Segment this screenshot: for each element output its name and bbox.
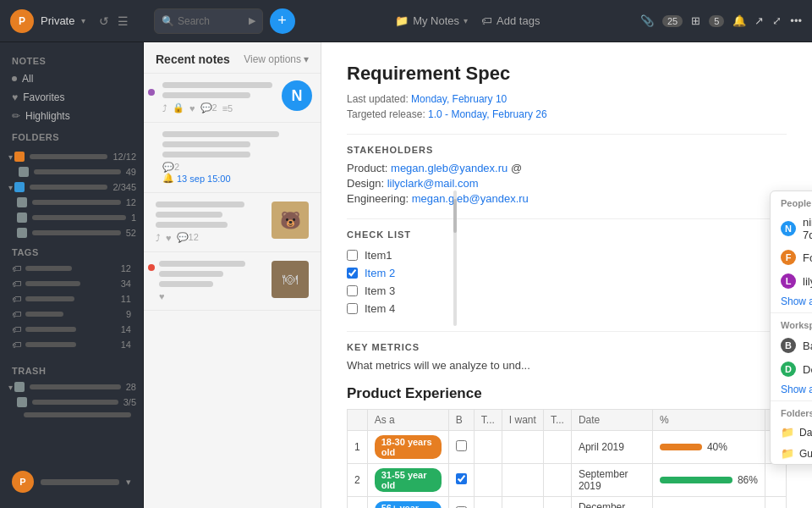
last-updated-value[interactable]: Monday, February 10 [411,93,507,105]
expand-icon: ▾ [8,383,13,392]
progress-bar [660,477,732,483]
progress-bar [660,444,702,450]
col-num [348,410,368,431]
note-item[interactable]: ♥ 🍽 [144,252,321,311]
product-stakeholder: Product: megan.gleb@yandex.ru @ [347,162,787,174]
expand-icon: ▾ [8,152,13,162]
table-row: 2 31-55 year old September 2019 86% [348,464,787,497]
dropdown-person-item[interactable]: N nimbustemplates-7qdnt40q [771,212,812,246]
row-t1 [474,497,502,509]
folder-row[interactable]: 49 [0,164,143,179]
more-icon[interactable]: ••• [790,14,802,27]
user-menu-chevron[interactable]: ▾ [126,477,131,488]
row-date: April 2019 [571,431,652,464]
grid-icon[interactable]: ⊞ [691,14,700,27]
row-check [448,497,474,509]
trash-sub-row[interactable]: 3/5 [0,395,143,410]
sidebar-item-highlights[interactable]: ✏ Highlights [0,107,143,125]
checklist: Item1 Item 2 Item 3 Item 4 [347,246,787,318]
tag-row[interactable]: 🏷 14 [0,337,143,352]
folder-name-bar [30,185,107,190]
checkbox-item3[interactable] [347,285,358,296]
checkbox-item4[interactable] [347,303,358,314]
dropdown-person-item[interactable]: L lilyclark@mail.com [771,269,812,293]
note-item[interactable]: 💬2 🔔 13 sep 15:00 [144,123,321,193]
targeted-release-value[interactable]: 1.0 - Monday, February 26 [428,108,547,120]
add-button[interactable]: + [270,8,295,34]
dropdown-person-item[interactable]: F Fox Megan [771,246,812,269]
folder-count: 12 [126,197,136,207]
dropdown-workspace-item[interactable]: B Backup Workspace [771,334,812,357]
dropdown-folder-item[interactable]: 📁 Guides [771,443,812,464]
dropdown-people-title: People [771,191,812,212]
notes-list: Recent notes View options ▾ N ⤴ 🔒 ♥ 💬2 ≡… [144,42,321,508]
note-item[interactable]: ⤴ ♥ 💬12 🐻 [144,193,321,252]
product-email[interactable]: megan.gleb@yandex.ru [391,162,508,174]
folder-row[interactable]: ▾ 2/345 [0,179,143,195]
expand-icon[interactable]: ⤢ [772,14,782,27]
trash-row[interactable]: ▾ 28 [0,379,143,395]
tab-tags[interactable]: 🏷 Add tags [475,11,546,30]
folder-row[interactable]: 1 [0,210,143,225]
all-dot-icon [12,76,17,81]
sidebar: Notes All ♥ Favorites ✏ Highlights Folde… [0,42,144,508]
engineering-email[interactable]: megan.gleb@yandex.ru [412,192,529,205]
age-tag: 56+ year old [375,501,442,508]
tab-notes[interactable]: 📁 My Notes ▾ [388,11,475,30]
note-item[interactable]: N ⤴ 🔒 ♥ 💬2 ≡5 [144,74,321,123]
row-check [448,431,474,464]
tag-row[interactable]: 🏷 34 [0,276,143,291]
folder-icon: 📁 [781,447,794,460]
grid-count: 5 [709,15,724,27]
bell-icon[interactable]: 🔔 [732,14,746,27]
note-line [162,82,272,88]
row-pct: 40% [652,431,765,464]
tag-row[interactable]: 🏷 12 [0,261,143,276]
tag-row[interactable]: 🏷 9 [0,306,143,322]
refresh-icon[interactable]: ↺ [99,14,109,28]
col-pct: % [652,410,765,431]
tag-row[interactable]: 🏷 11 [0,291,143,306]
design-email[interactable]: lilyclark@mail.com [387,177,479,190]
folder-row[interactable]: ▾ 12/12 [0,149,143,164]
search-btn-icon[interactable]: ▶ [249,15,255,26]
row-checkbox[interactable] [456,440,467,451]
search-input[interactable] [178,15,249,27]
search-bar[interactable]: 🔍 ▶ [154,8,263,34]
user-profile[interactable]: P ▾ [0,462,143,501]
heart-meta-icon: ♥ [166,233,172,243]
content-area: Requirement Spec Last updated: Monday, F… [321,42,812,508]
avatar[interactable]: P [10,9,34,33]
folder-row[interactable]: 12 [0,195,143,210]
workspace-initial-icon: B [781,338,796,353]
folder-color-icon [17,197,27,207]
dropdown-folder-item[interactable]: 📁 Data for mentions [771,422,812,443]
row-checkbox[interactable] [456,473,467,484]
folder-count: 49 [126,167,136,177]
tag-row[interactable]: 🏷 14 [0,322,143,337]
menu-icon[interactable]: ☰ [118,14,129,28]
folder-color-icon [19,167,29,177]
attachment-icon[interactable]: 📎 [640,14,654,27]
dropdown-scrollbar[interactable] [453,190,457,326]
sidebar-item-all[interactable]: All [0,69,143,88]
engineering-label: Engineering: [347,192,409,205]
tag-count: 34 [121,279,131,289]
dropdown-workspace-item[interactable]: D Default workspace [771,357,812,381]
people-show-all[interactable]: Show all [771,293,812,312]
checkbox-item2[interactable] [347,268,358,279]
tag-count: 9 [126,309,131,319]
folder-count: 1 [131,213,136,223]
sidebar-all-label: All [22,73,33,85]
folder-row[interactable]: 52 [0,225,143,240]
tag-count: 12 [121,263,131,273]
workspaces-show-all[interactable]: Show all [771,381,812,400]
tag-bar [25,342,76,347]
share-meta-icon: ⤴ [156,233,161,243]
checkbox-item1[interactable] [347,250,358,261]
view-options-button[interactable]: View options ▾ [244,53,309,65]
main: Notes All ♥ Favorites ✏ Highlights Folde… [0,42,812,508]
trash-row2[interactable] [0,410,143,420]
sidebar-item-favorites[interactable]: ♥ Favorites [0,88,143,107]
share-icon[interactable]: ↗ [754,14,764,27]
